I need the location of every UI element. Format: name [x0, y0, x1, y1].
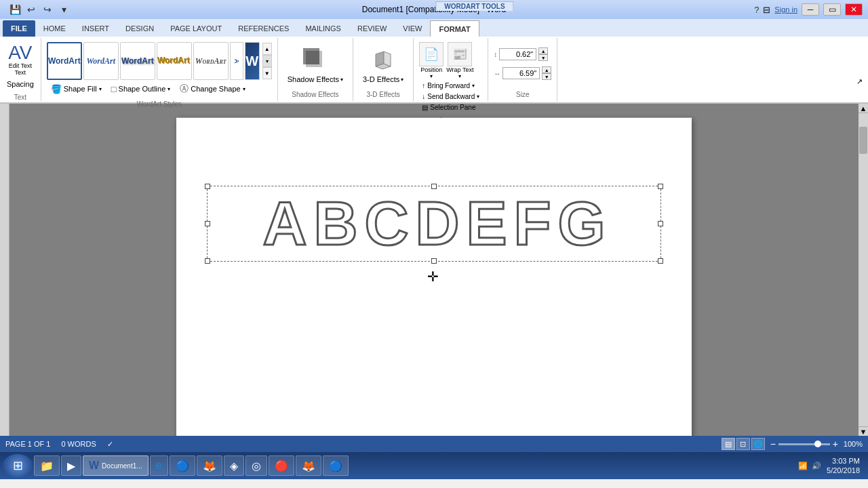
- tab-view[interactable]: VIEW: [395, 20, 430, 37]
- status-bar: PAGE 1 OF 1 0 WORDS ✓ ▤ ⊡ 🌐 − + 100%: [0, 436, 868, 452]
- width-input-row: ↔ 6.59" ▲ ▼: [494, 66, 551, 80]
- scroll-track[interactable]: [859, 113, 868, 426]
- size-dialog-launcher[interactable]: ↗: [856, 77, 863, 86]
- document-page[interactable]: A B C D E F G ✛: [176, 118, 692, 436]
- spacing-button[interactable]: Spacing: [5, 79, 35, 89]
- help-icon[interactable]: ?: [754, 5, 759, 15]
- bring-forward-button[interactable]: ↑ Bring Forward ▾: [419, 81, 482, 91]
- handle-top-middle[interactable]: [431, 184, 437, 189]
- document-main[interactable]: A B C D E F G ✛: [9, 104, 859, 436]
- threed-effects-button[interactable]: 3-D Effects ▾: [359, 43, 408, 86]
- tab-file[interactable]: FILE: [3, 20, 35, 37]
- full-screen-view-button[interactable]: ⊡: [736, 438, 750, 450]
- width-input[interactable]: 6.59": [502, 67, 540, 79]
- zoom-track[interactable]: [778, 443, 830, 445]
- wordart-style-3[interactable]: WordArt: [120, 42, 155, 80]
- handle-top-left[interactable]: [205, 184, 210, 189]
- scroll-up-button[interactable]: ▲: [859, 104, 868, 113]
- save-icon[interactable]: 💾: [8, 3, 22, 16]
- taskbar-app6[interactable]: ◈: [224, 455, 244, 476]
- scroll-up-button[interactable]: ▲: [262, 43, 272, 55]
- zoom-in-button[interactable]: +: [833, 439, 838, 449]
- taskbar-app9[interactable]: 🦊: [296, 455, 321, 476]
- zoom-out-button[interactable]: −: [770, 439, 776, 449]
- tab-mailings[interactable]: MAILINGS: [297, 20, 349, 37]
- customize-icon[interactable]: ▾: [57, 3, 71, 16]
- tab-review[interactable]: REVIEW: [349, 20, 395, 37]
- word-count: 0 WORDS: [61, 440, 96, 448]
- tab-design[interactable]: DESIGN: [117, 20, 162, 37]
- close-button[interactable]: ✕: [845, 3, 863, 16]
- handle-bottom-right[interactable]: [658, 258, 663, 264]
- taskbar-app8[interactable]: 🔴: [269, 455, 294, 476]
- word-icon: W: [89, 460, 99, 472]
- shape-outline-button[interactable]: □ Shape Outline ▾: [108, 83, 174, 96]
- tab-home[interactable]: HOME: [35, 20, 74, 37]
- handle-bottom-middle[interactable]: [431, 258, 437, 264]
- size-group-label: Size: [513, 89, 532, 100]
- edit-text-button[interactable]: AV Edit Text Text: [7, 42, 33, 77]
- taskbar: ⊞ 📁 ▶ W Document1... e 🔵 🦊 ◈ ◎ 🔴 🦊 🔵 📶 🔊: [0, 452, 868, 479]
- height-increment[interactable]: ▲: [538, 47, 548, 54]
- taskbar-app7[interactable]: ◎: [245, 455, 267, 476]
- proofing-icon[interactable]: ✓: [107, 440, 113, 449]
- width-increment[interactable]: ▲: [542, 66, 551, 73]
- scroll-down-button[interactable]: ▼: [262, 67, 272, 79]
- width-decrement[interactable]: ▼: [542, 73, 551, 80]
- chrome-icon: 🔵: [176, 460, 189, 472]
- taskbar-word[interactable]: W Document1...: [83, 455, 149, 476]
- height-input[interactable]: 0.62": [499, 48, 536, 60]
- taskbar-app5[interactable]: 🦊: [197, 455, 222, 476]
- sign-in-label[interactable]: Sign in: [774, 5, 797, 14]
- position-button[interactable]: 📄 Position ▾: [419, 42, 443, 79]
- redo-icon[interactable]: ↪: [41, 3, 54, 16]
- shape-fill-button[interactable]: 🪣 Shape Fill ▾: [48, 83, 104, 96]
- selection-pane-button[interactable]: ▤ Selection Pane: [419, 102, 482, 113]
- wordart-style-2[interactable]: WordArt: [83, 42, 119, 80]
- taskbar-ie[interactable]: e: [150, 455, 168, 476]
- tab-page-layout[interactable]: PAGE LAYOUT: [162, 20, 230, 37]
- app7-icon: ◎: [252, 460, 261, 472]
- wordart-style-4[interactable]: WordArt: [157, 42, 192, 80]
- minimize-button[interactable]: ─: [802, 3, 819, 16]
- wordart-style-w[interactable]: W: [245, 42, 260, 80]
- handle-top-right[interactable]: [658, 184, 663, 189]
- scroll-mid-button[interactable]: ▾: [262, 55, 272, 67]
- wordart-object[interactable]: A B C D E F G ✛: [207, 186, 661, 262]
- web-layout-view-button[interactable]: 🌐: [751, 438, 765, 450]
- handle-bottom-left[interactable]: [205, 258, 210, 264]
- app10-icon: 🔵: [329, 460, 342, 472]
- undo-icon[interactable]: ↩: [24, 3, 38, 16]
- print-layout-view-button[interactable]: ▤: [722, 438, 735, 450]
- tab-insert[interactable]: INSERT: [74, 20, 117, 37]
- text-group-label: Text: [12, 92, 29, 102]
- vertical-scrollbar[interactable]: ▲ ▼: [859, 104, 868, 436]
- zoom-thumb[interactable]: [814, 441, 821, 447]
- taskbar-app10[interactable]: 🔵: [323, 455, 349, 476]
- change-shape-button[interactable]: Ⓐ Change Shape ▾: [177, 81, 248, 96]
- tab-format[interactable]: FORMAT: [430, 20, 479, 37]
- start-button[interactable]: ⊞: [3, 454, 33, 477]
- quick-access-toolbar: 💾 ↩ ↪ ▾: [8, 3, 71, 16]
- height-decrement[interactable]: ▼: [538, 54, 548, 61]
- arrange-group: 📄 Position ▾ 📰 Wrap Text ▾: [414, 38, 488, 101]
- taskbar-wmp[interactable]: ▶: [61, 455, 81, 476]
- ribbon-minimize-icon[interactable]: ⊟: [763, 5, 770, 15]
- taskbar-chrome[interactable]: 🔵: [170, 455, 195, 476]
- shadow-effects-button[interactable]: Shadow Effects ▾: [283, 43, 347, 86]
- taskbar-explorer[interactable]: 📁: [34, 455, 60, 476]
- wrap-text-button[interactable]: 📰 Wrap Text ▾: [446, 42, 473, 79]
- restore-button[interactable]: ▭: [823, 3, 841, 16]
- system-tray: 📶 🔊: [798, 462, 821, 470]
- wordart-style-vertical[interactable]: A: [230, 42, 243, 80]
- wordart-style-1[interactable]: WordArt: [47, 42, 82, 80]
- scroll-thumb[interactable]: [859, 127, 867, 154]
- app9-icon: 🦊: [302, 460, 315, 472]
- wordart-style-5[interactable]: WordArt: [193, 42, 229, 80]
- scroll-down-arrow[interactable]: ▼: [859, 426, 868, 436]
- tab-references[interactable]: REFERENCES: [230, 20, 297, 37]
- taskbar-right: 📶 🔊 3:03 PM 5/20/2018: [798, 456, 865, 476]
- send-backward-button[interactable]: ↓ Send Backward ▾: [419, 92, 482, 102]
- move-cursor: ✛: [427, 268, 441, 282]
- height-spinner: ▲ ▼: [538, 47, 548, 61]
